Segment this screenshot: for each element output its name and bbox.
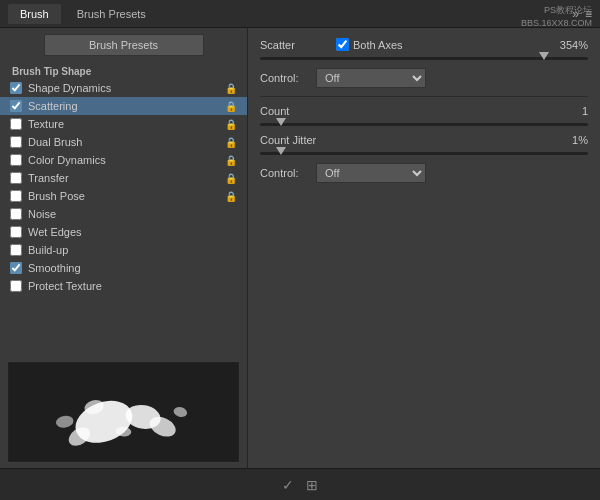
scatter-slider[interactable]	[260, 57, 588, 60]
count-jitter-label: Count Jitter	[260, 134, 330, 146]
divider1	[260, 96, 588, 97]
brush-item-brush-pose[interactable]: Brush Pose 🔒	[0, 187, 247, 205]
label-build-up: Build-up	[28, 244, 237, 256]
main-content: Brush Presets Brush Tip Shape Shape Dyna…	[0, 28, 600, 468]
lock-icon-dual-brush: 🔒	[225, 137, 237, 148]
top-bar: Brush Brush Presets » ≡	[0, 0, 600, 28]
lock-icon-transfer: 🔒	[225, 173, 237, 184]
brush-item-noise[interactable]: Noise	[0, 205, 247, 223]
label-dual-brush: Dual Brush	[28, 136, 221, 148]
control2-row: Control: Off Fade Pen Pressure Pen Tilt	[260, 159, 588, 187]
preview-svg	[9, 363, 238, 461]
lock-icon-texture: 🔒	[225, 119, 237, 130]
label-smoothing: Smoothing	[28, 262, 237, 274]
section-title: Brush Tip Shape	[0, 62, 247, 79]
label-shape-dynamics: Shape Dynamics	[28, 82, 221, 94]
count-row: Count 1	[260, 101, 588, 121]
control1-row: Control: Off Fade Pen Pressure Pen Tilt	[260, 64, 588, 92]
lock-icon-shape-dynamics: 🔒	[225, 83, 237, 94]
bottom-bar: ✓ ⊞	[0, 468, 600, 500]
brush-item-transfer[interactable]: Transfer 🔒	[0, 169, 247, 187]
control1-label: Control:	[260, 72, 310, 84]
checkbox-brush-pose[interactable]	[10, 190, 22, 202]
tab-bar: Brush Brush Presets	[8, 4, 158, 24]
label-color-dynamics: Color Dynamics	[28, 154, 221, 166]
count-jitter-value: 1%	[572, 134, 588, 146]
check-icon[interactable]: ✓	[282, 477, 294, 493]
label-protect-texture: Protect Texture	[28, 280, 237, 292]
brush-item-protect-texture[interactable]: Protect Texture	[0, 277, 247, 295]
brush-item-build-up[interactable]: Build-up	[0, 241, 247, 259]
both-axes-label[interactable]: Both Axes	[336, 38, 403, 51]
label-wet-edges: Wet Edges	[28, 226, 237, 238]
scatter-value: 354%	[560, 39, 588, 51]
checkbox-dual-brush[interactable]	[10, 136, 22, 148]
tab-brush[interactable]: Brush	[8, 4, 61, 24]
brush-item-texture[interactable]: Texture 🔒	[0, 115, 247, 133]
count-value: 1	[582, 105, 588, 117]
label-brush-pose: Brush Pose	[28, 190, 221, 202]
svg-point-7	[172, 405, 188, 418]
brush-list: Shape Dynamics 🔒 Scattering 🔒 Texture 🔒 …	[0, 79, 247, 356]
checkbox-protect-texture[interactable]	[10, 280, 22, 292]
checkbox-color-dynamics[interactable]	[10, 154, 22, 166]
checkbox-noise[interactable]	[10, 208, 22, 220]
grid-icon[interactable]: ⊞	[306, 477, 318, 493]
brush-preview	[8, 362, 239, 462]
brush-item-shape-dynamics[interactable]: Shape Dynamics 🔒	[0, 79, 247, 97]
left-panel: Brush Presets Brush Tip Shape Shape Dyna…	[0, 28, 248, 468]
tab-brush-presets[interactable]: Brush Presets	[65, 4, 158, 24]
brush-presets-button[interactable]: Brush Presets	[44, 34, 204, 56]
control2-select[interactable]: Off Fade Pen Pressure Pen Tilt	[316, 163, 426, 183]
right-panel: Scatter Both Axes 354% Control: Off Fade…	[248, 28, 600, 468]
count-slider[interactable]	[260, 123, 588, 126]
brush-item-scattering[interactable]: Scattering 🔒	[0, 97, 247, 115]
checkbox-texture[interactable]	[10, 118, 22, 130]
checkbox-shape-dynamics[interactable]	[10, 82, 22, 94]
checkbox-build-up[interactable]	[10, 244, 22, 256]
scatter-label: Scatter	[260, 39, 330, 51]
checkbox-transfer[interactable]	[10, 172, 22, 184]
brush-item-color-dynamics[interactable]: Color Dynamics 🔒	[0, 151, 247, 169]
control1-select[interactable]: Off Fade Pen Pressure Pen Tilt	[316, 68, 426, 88]
label-transfer: Transfer	[28, 172, 221, 184]
watermark: PS教程论坛 BBS.16XX8.COM	[521, 4, 592, 29]
count-jitter-row: Count Jitter 1%	[260, 130, 588, 150]
scatter-slider-thumb	[539, 52, 549, 60]
checkbox-wet-edges[interactable]	[10, 226, 22, 238]
checkbox-scattering[interactable]	[10, 100, 22, 112]
label-noise: Noise	[28, 208, 237, 220]
control2-label: Control:	[260, 167, 310, 179]
count-jitter-slider[interactable]	[260, 152, 588, 155]
lock-icon-scattering: 🔒	[225, 101, 237, 112]
count-jitter-thumb	[276, 147, 286, 155]
brush-item-smoothing[interactable]: Smoothing	[0, 259, 247, 277]
label-scattering: Scattering	[28, 100, 221, 112]
count-slider-thumb	[276, 118, 286, 126]
brush-item-dual-brush[interactable]: Dual Brush 🔒	[0, 133, 247, 151]
svg-point-6	[55, 414, 74, 429]
both-axes-checkbox[interactable]	[336, 38, 349, 51]
lock-icon-color-dynamics: 🔒	[225, 155, 237, 166]
count-label: Count	[260, 105, 330, 117]
label-texture: Texture	[28, 118, 221, 130]
lock-icon-brush-pose: 🔒	[225, 191, 237, 202]
checkbox-smoothing[interactable]	[10, 262, 22, 274]
brush-item-wet-edges[interactable]: Wet Edges	[0, 223, 247, 241]
